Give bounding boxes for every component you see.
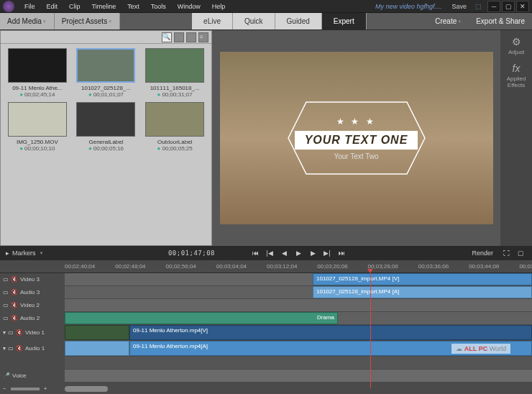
close-button[interactable]: ✕ (516, 1, 529, 12)
search-icon[interactable]: 🔍 (162, 32, 172, 42)
mute-icon[interactable]: 🔇 (11, 315, 18, 321)
grid-view-icon[interactable] (174, 32, 184, 42)
asset-item[interactable]: 09-11 Menlo Athe... 00;02;45;14 (5, 48, 70, 98)
eye-icon[interactable]: ▭ (8, 345, 14, 352)
eye-icon[interactable]: ▭ (3, 276, 9, 283)
zoom-in-icon[interactable]: + (44, 385, 47, 392)
asset-item[interactable]: 101111_165018_... 00;00;31;07 (142, 48, 207, 98)
ruler-tick: 00;02;40;04 (65, 263, 95, 270)
clip-audio1-a[interactable] (65, 341, 129, 356)
preview-frame[interactable]: ★ ★ ★ YOUR TEXT ONE Your Text Two (220, 52, 493, 224)
asset-duration: 00;00;05;16 (74, 145, 139, 152)
project-assets-panel: 🔍 ≡ 09-11 Menlo Athe... 00;02;45;14 1010… (0, 30, 212, 246)
next-frame-icon[interactable]: ▶ (307, 249, 318, 257)
ruler-tick: 00;03;04;04 (216, 263, 247, 270)
menu-tools[interactable]: Tools (145, 1, 172, 12)
goto-start-icon[interactable]: ⏮ (249, 249, 261, 257)
asset-duration: 00;00;10;10 (5, 145, 70, 152)
asset-name: GeneralLabel (74, 139, 139, 145)
ruler-tick: 00;02;48;04 (115, 263, 145, 270)
asset-duration: 00;00;05;25 (142, 145, 207, 152)
export-share-button[interactable]: Export & Share (469, 13, 532, 29)
prev-frame-icon[interactable]: ◀ (278, 249, 290, 257)
play-icon[interactable]: ▶ (293, 249, 304, 257)
eye-icon[interactable]: ▭ (8, 329, 14, 336)
menubar: File Edit Clip Timeline Text Tools Windo… (0, 0, 532, 13)
asset-item[interactable]: GeneralLabel 00;00;05;16 (74, 102, 139, 152)
asset-name: IMG_1250.MOV (5, 139, 70, 145)
mute-icon[interactable]: 🔇 (16, 345, 23, 352)
ruler-tick: 00;03;44;06 (469, 263, 499, 270)
asset-item[interactable]: IMG_1250.MOV 00;00;10;10 (5, 102, 70, 152)
minimize-button[interactable]: ─ (487, 1, 500, 12)
document-title: My new video hgfhgf.... (375, 3, 448, 10)
app-icon (3, 1, 14, 12)
timeline-zoom: −+ (0, 382, 532, 394)
list-view-icon[interactable] (186, 32, 196, 42)
eye-icon[interactable]: ▭ (3, 289, 9, 296)
track-audio2: ▭🔇Audio 2 Drama (0, 312, 532, 325)
mode-tabs: eLive Quick Guided Expert (192, 13, 367, 29)
track-video1: ▾▭🔇Video 1 09-11 Menlo Atherton.mp4[V] (0, 325, 532, 341)
eye-icon[interactable]: ▭ (3, 315, 9, 321)
fullscreen-icon[interactable]: ⛶ (500, 249, 512, 257)
save-button[interactable]: Save (447, 3, 471, 10)
ruler-tick: 00;03;52;06 (519, 263, 532, 270)
eye-icon[interactable]: ▭ (3, 302, 9, 308)
clip-audio3[interactable]: 101027_025128_import.MP4 [A] (313, 286, 532, 298)
render-button[interactable]: Render (472, 249, 493, 257)
mute-icon[interactable]: 🔇 (11, 289, 18, 296)
preview-monitor: ★ ★ ★ YOUR TEXT ONE Your Text Two (212, 30, 500, 246)
maximize-button[interactable]: ▢ (502, 1, 515, 12)
asset-duration: 00;02;45;14 (5, 91, 70, 98)
applied-effects-button[interactable]: fxApplied Effects (504, 63, 528, 88)
playhead[interactable] (370, 273, 371, 388)
tab-elive[interactable]: eLive (192, 13, 233, 29)
asset-name: 101027_025128_... (74, 85, 139, 91)
mute-icon[interactable]: 🔇 (11, 276, 18, 283)
sliders-icon: ⚙ (504, 36, 528, 47)
clip-video3[interactable]: 101027_025128_import.MP4 [V] (313, 273, 532, 285)
project-assets-button[interactable]: Project Assets▼ (55, 13, 120, 29)
timeline-ruler[interactable]: 00;02;40;0400;02;48;0400;02;56;0400;03;0… (0, 260, 532, 273)
asset-item[interactable]: OutdoorLabel 00;00;05;25 (142, 102, 207, 152)
clip-video1[interactable]: 09-11 Menlo Atherton.mp4[V] (129, 325, 532, 340)
tab-guided[interactable]: Guided (275, 13, 322, 29)
asset-thumb (145, 102, 204, 137)
create-button[interactable]: Create▼ (428, 13, 469, 29)
h-scrollbar[interactable] (65, 386, 108, 392)
menu-help[interactable]: Help (206, 1, 231, 12)
fx-icon: fx (504, 63, 528, 74)
menu-text[interactable]: Text (121, 1, 145, 12)
menu-clip[interactable]: Clip (63, 1, 86, 12)
zoom-out-icon[interactable]: − (3, 385, 6, 392)
markers-button[interactable]: Markers (12, 249, 36, 257)
cart-icon[interactable]: ⬚ (471, 3, 486, 10)
add-media-button[interactable]: Add Media▼ (0, 13, 55, 29)
mic-icon[interactable]: 🎤 (3, 372, 10, 379)
tab-expert[interactable]: Expert (322, 13, 367, 29)
track-audio3: ▭🔇Audio 3 101027_025128_import.MP4 [A] (0, 286, 532, 299)
menu-timeline[interactable]: Timeline (86, 1, 122, 12)
menu-edit[interactable]: Edit (41, 1, 64, 12)
clip-thumb-1[interactable] (65, 325, 129, 340)
ruler-tick: 00;03;12;04 (267, 263, 297, 270)
menu-window[interactable]: Window (172, 1, 206, 12)
menu-file[interactable]: File (19, 1, 41, 12)
step-fwd-icon[interactable]: ▶| (321, 249, 333, 257)
goto-end-icon[interactable]: ⏭ (336, 249, 347, 257)
asset-item[interactable]: 101027_025128_... 00;01;01;07 (74, 48, 139, 98)
adjust-button[interactable]: ⚙Adjust (504, 36, 528, 55)
asset-thumb (8, 48, 67, 83)
asset-thumb (8, 102, 67, 137)
asset-name: OutdoorLabel (142, 139, 207, 145)
safe-margins-icon[interactable]: ▢ (515, 249, 526, 257)
clip-audio2[interactable]: Drama (65, 312, 338, 324)
tab-quick[interactable]: Quick (233, 13, 275, 29)
mute-icon[interactable]: 🔇 (11, 302, 18, 308)
mute-icon[interactable]: 🔇 (16, 329, 23, 336)
timeline: ▭🔇Video 3 101027_025128_import.MP4 [V] ▭… (0, 273, 532, 394)
panel-menu-icon[interactable]: ≡ (198, 32, 208, 42)
step-back-icon[interactable]: |◀ (264, 249, 275, 257)
watermark: ☁ ALL PC World (451, 344, 510, 354)
